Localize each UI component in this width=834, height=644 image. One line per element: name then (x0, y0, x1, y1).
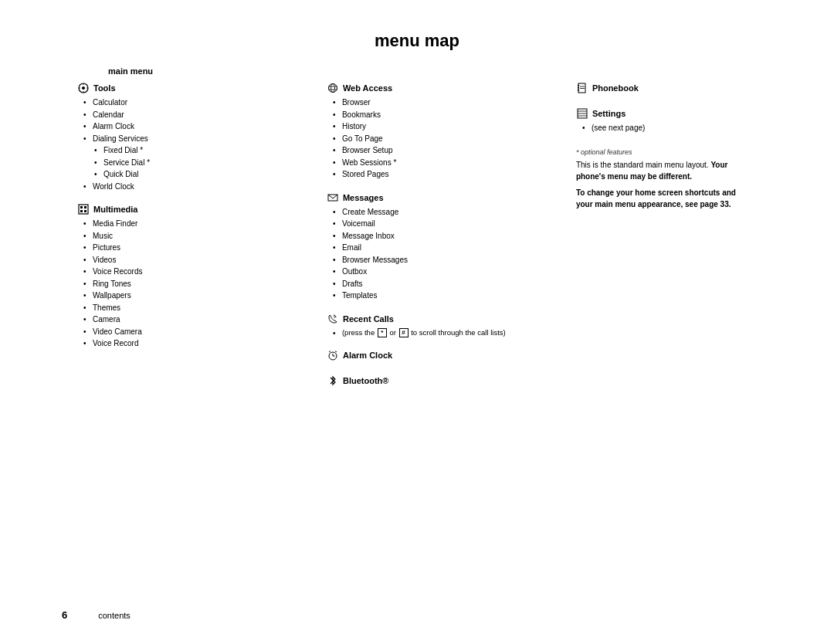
middle-column: Web Access Browser Bookmarks History Go … (311, 82, 561, 400)
list-item: Service Dial * (103, 157, 303, 169)
svg-point-12 (331, 84, 334, 93)
list-item: Bookmarks (342, 109, 553, 121)
messages-title: Messages (343, 193, 384, 202)
main-menu-label: main menu (108, 66, 153, 76)
list-item: Browser Setup (342, 144, 553, 157)
list-item: Themes (93, 302, 303, 314)
note-text-2: To change your home screen shortcuts and… (576, 187, 746, 210)
list-item: Video Camera (93, 326, 303, 338)
dialing-services-sublist: Fixed Dial * Service Dial * Quick Dial (93, 144, 303, 181)
messages-header: Messages (327, 192, 553, 204)
settings-section: Settings (see next page) (576, 107, 764, 134)
messages-list: Create Message Voicemail Message Inbox E… (327, 206, 553, 302)
list-item: Web Sessions * (342, 157, 553, 169)
list-item: Create Message (342, 206, 553, 219)
recent-calls-section: Recent Calls (press the * or # to scroll… (327, 313, 553, 339)
settings-list: (see next page) (576, 122, 764, 134)
list-item: Videos (93, 254, 303, 266)
list-item: Voicemail (342, 218, 553, 230)
list-item: Drafts (342, 278, 553, 290)
list-item: History (342, 120, 553, 133)
recent-calls-list: (press the * or # to scroll through the … (327, 327, 553, 339)
svg-rect-8 (84, 206, 86, 208)
messages-section: Messages Create Message Voicemail Messag… (327, 192, 553, 302)
list-item: Dialing Services Fixed Dial * Service Di… (93, 133, 303, 181)
svg-rect-10 (84, 210, 86, 212)
list-item: Outbox (342, 266, 553, 278)
phonebook-icon (576, 82, 588, 94)
note-text-1: This is the standard main menu layout. Y… (576, 159, 746, 182)
phonebook-header: Phonebook (576, 82, 764, 94)
list-item: Go To Page (342, 133, 553, 145)
svg-line-20 (335, 351, 337, 353)
svg-rect-22 (578, 85, 579, 86)
alarm-icon (327, 349, 339, 361)
list-item: Email (342, 242, 553, 254)
web-access-section: Web Access Browser Bookmarks History Go … (327, 82, 553, 181)
web-access-list: Browser Bookmarks History Go To Page Bro… (327, 97, 553, 181)
list-item: Message Inbox (342, 230, 553, 242)
recent-calls-header: Recent Calls (327, 313, 553, 325)
multimedia-list: Media Finder Music Pictures Videos Voice… (77, 218, 303, 350)
list-item: Stored Pages (342, 168, 553, 181)
list-item: Wallpapers (93, 290, 303, 302)
web-access-header: Web Access (327, 82, 553, 94)
svg-line-19 (329, 351, 331, 353)
list-item: Browser (342, 97, 553, 109)
list-item: Voice Records (93, 266, 303, 278)
alarm-clock-header: Alarm Clock (327, 349, 553, 361)
page-footer: 6 contents (62, 609, 131, 621)
list-item: Fixed Dial * (103, 144, 303, 157)
svg-rect-23 (578, 87, 579, 89)
multimedia-header: Multimedia (77, 203, 303, 215)
footer-label: contents (98, 611, 131, 620)
tools-section: Tools Calculator Calendar Alarm Clock Di… (77, 82, 303, 192)
svg-rect-24 (578, 90, 579, 91)
page-title: menu map (375, 31, 459, 51)
bluetooth-header: Bluetooth® (327, 375, 553, 387)
phonebook-title: Phonebook (592, 83, 639, 93)
multimedia-icon (77, 203, 90, 215)
svg-rect-7 (80, 206, 83, 208)
settings-title: Settings (592, 109, 626, 118)
content-area: Tools Calculator Calendar Alarm Clock Di… (62, 82, 772, 400)
optional-label: * optional features (576, 148, 764, 156)
right-column: Phonebook Settings (561, 82, 772, 400)
messages-icon (327, 192, 339, 204)
alarm-clock-title: Alarm Clock (343, 351, 392, 360)
svg-point-11 (328, 84, 337, 93)
tools-list: Calculator Calendar Alarm Clock Dialing … (77, 97, 303, 192)
multimedia-title: Multimedia (93, 205, 137, 214)
bluetooth-title: Bluetooth® (343, 376, 388, 385)
list-item: Alarm Clock (93, 120, 303, 133)
list-item: (see next page) (592, 122, 764, 134)
list-item: Voice Record (93, 337, 303, 350)
svg-rect-21 (578, 83, 585, 93)
list-item: Browser Messages (342, 254, 553, 266)
svg-rect-6 (79, 205, 88, 214)
list-item: Quick Dial (103, 168, 303, 181)
svg-rect-9 (80, 210, 83, 212)
list-item: Calculator (93, 97, 303, 109)
tools-icon (77, 82, 90, 94)
list-item: World Clock (93, 181, 303, 193)
recent-calls-title: Recent Calls (343, 314, 394, 324)
list-item: Media Finder (93, 218, 303, 230)
web-access-title: Web Access (343, 83, 392, 93)
tools-title: Tools (93, 83, 116, 93)
list-item: (press the * or # to scroll through the … (342, 327, 553, 339)
bluetooth-section: Bluetooth® (327, 375, 553, 389)
list-item: Music (93, 230, 303, 242)
page-number: 6 (62, 609, 67, 621)
page-container: menu map main menu (0, 0, 834, 644)
notes-area: * optional features This is the standard… (576, 148, 764, 215)
settings-icon (576, 107, 588, 120)
web-icon (327, 82, 339, 94)
multimedia-section: Multimedia Media Finder Music Pictures V… (77, 203, 303, 350)
hash-key-icon: # (399, 328, 409, 337)
star-key-icon: * (378, 328, 387, 337)
list-item: Calendar (93, 109, 303, 121)
svg-point-1 (82, 86, 85, 90)
list-item: Templates (342, 290, 553, 302)
bluetooth-icon (327, 375, 339, 387)
